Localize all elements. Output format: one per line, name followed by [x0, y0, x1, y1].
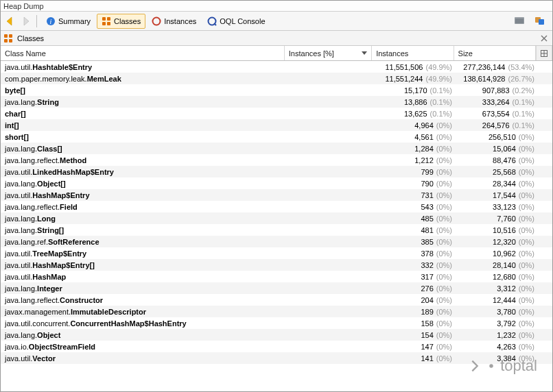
instances-button[interactable]: Instances	[147, 14, 201, 29]
table-row[interactable]: com.paper.memory.leak.MemLeak11,551,244(…	[1, 73, 552, 84]
instances-cell: 11,551,506(49.9%)	[374, 63, 456, 71]
info-icon: i	[46, 16, 56, 26]
size-cell: 3,780(0%)	[456, 308, 539, 316]
instances-cell: 332(0%)	[374, 261, 456, 269]
svg-rect-2	[102, 17, 106, 21]
class-name-cell: java.util.concurrent.ConcurrentHashMap$H…	[1, 319, 286, 328]
window-tool-icon-1[interactable]	[514, 16, 525, 27]
toolbar: i Summary Classes Instances OQL Console	[1, 12, 552, 31]
oql-button[interactable]: OQL Console	[202, 14, 270, 29]
classes-icon	[3, 34, 13, 43]
classes-label: Classes	[114, 17, 141, 25]
instances-cell: 13,886(0.1%)	[374, 98, 456, 106]
class-name-cell: java.lang.Long	[1, 215, 286, 223]
instances-cell: 276(0%)	[374, 284, 456, 293]
col-corner-button[interactable]	[536, 46, 552, 60]
table-row[interactable]: java.util.TreeMap$Entry378(0%)10,962(0%)	[1, 247, 552, 259]
table-row[interactable]: java.lang.reflect.Constructor204(0%)12,4…	[1, 294, 552, 306]
class-name-cell: java.lang.reflect.Constructor	[1, 296, 286, 304]
class-name-cell: java.util.LinkedHashMap$Entry	[1, 168, 286, 176]
size-cell: 264,576(0.1%)	[456, 121, 539, 130]
svg-text:i: i	[50, 18, 52, 25]
table-row[interactable]: short[]4,561(0%)256,510(0%)	[1, 131, 552, 143]
size-cell: 333,264(0.1%)	[456, 98, 539, 106]
table-row[interactable]: java.util.LinkedHashMap$Entry799(0%)25,5…	[1, 166, 552, 177]
svg-rect-3	[107, 17, 110, 21]
panel-close-button[interactable]	[539, 33, 550, 44]
table-row[interactable]: java.lang.ref.SoftReference385(0%)12,320…	[1, 236, 552, 247]
svg-rect-4	[102, 22, 106, 25]
nav-forward-button[interactable]	[19, 14, 32, 28]
table-row[interactable]: java.util.HashMap$Entry731(0%)17,544(0%)	[1, 189, 552, 201]
table-row[interactable]: java.util.concurrent.ConcurrentHashMap$H…	[1, 317, 552, 329]
class-name-cell: java.util.TreeMap$Entry	[1, 249, 286, 258]
summary-button[interactable]: i Summary	[41, 14, 95, 29]
table-row[interactable]: java.util.Vector141(0%)3,384(0%)	[1, 352, 552, 364]
table-row[interactable]: byte[]15,170(0.1%)907,883(0.2%)	[1, 84, 552, 96]
col-instances[interactable]: Instances	[372, 46, 454, 60]
table-row[interactable]: java.lang.Class[]1,284(0%)15,064(0%)	[1, 143, 552, 154]
size-cell: 1,232(0%)	[456, 331, 539, 339]
classes-button[interactable]: Classes	[97, 14, 145, 29]
col-size[interactable]: Size	[454, 46, 536, 60]
table-row[interactable]: java.lang.Long485(0%)7,760(0%)	[1, 212, 552, 224]
class-name-cell: java.util.HashMap	[1, 273, 286, 281]
class-name-cell: java.lang.reflect.Method	[1, 156, 286, 164]
table-row[interactable]: java.lang.reflect.Method1,212(0%)88,476(…	[1, 154, 552, 166]
table-row[interactable]: int[]4,964(0%)264,576(0.1%)	[1, 119, 552, 131]
table-row[interactable]: java.io.ObjectStreamField147(0%)4,263(0%…	[1, 341, 552, 352]
instances-cell: 485(0%)	[374, 215, 456, 223]
table-row[interactable]: java.util.Hashtable$Entry11,551,506(49.9…	[1, 61, 552, 73]
size-cell: 10,962(0%)	[456, 249, 539, 258]
instances-cell: 15,170(0.1%)	[374, 86, 456, 95]
table-row[interactable]: char[]13,625(0.1%)673,554(0.1%)	[1, 108, 552, 119]
class-name-cell: java.lang.Class[]	[1, 145, 286, 153]
class-name-cell: java.lang.String[]	[1, 226, 286, 234]
table-row[interactable]: java.lang.String13,886(0.1%)333,264(0.1%…	[1, 96, 552, 108]
oql-icon	[207, 16, 217, 26]
size-cell: 28,140(0%)	[456, 261, 539, 269]
summary-label: Summary	[58, 17, 91, 25]
svg-rect-10	[515, 19, 523, 23]
instances-cell: 317(0%)	[374, 273, 456, 281]
instances-cell: 385(0%)	[374, 238, 456, 246]
class-name-cell: java.io.ObjectStreamField	[1, 343, 286, 351]
window-tool-icon-2[interactable]	[534, 15, 545, 27]
table-row[interactable]: java.util.HashMap317(0%)12,680(0%)	[1, 271, 552, 282]
nav-back-button[interactable]	[3, 14, 17, 28]
size-cell: 10,516(0%)	[456, 226, 539, 234]
size-cell: 673,554(0.1%)	[456, 110, 539, 118]
instances-cell: 141(0%)	[374, 354, 456, 363]
class-name-cell: short[]	[1, 133, 286, 141]
class-name-cell: java.util.Hashtable$Entry	[1, 63, 286, 71]
col-class-name[interactable]: Class Name	[1, 46, 285, 60]
svg-point-6	[153, 17, 161, 25]
instances-cell: 790(0%)	[374, 180, 456, 188]
table-row[interactable]: java.util.HashMap$Entry[]332(0%)28,140(0…	[1, 259, 552, 271]
instances-cell: 481(0%)	[374, 226, 456, 234]
panel-header: Classes	[1, 31, 552, 46]
window-title: Heap Dump	[1, 1, 552, 12]
toolbar-separator	[36, 15, 37, 27]
table-row[interactable]: java.lang.String[]481(0%)10,516(0%)	[1, 224, 552, 236]
table-row[interactable]: java.lang.Object[]790(0%)28,344(0%)	[1, 177, 552, 189]
size-cell: 88,476(0%)	[456, 156, 539, 164]
svg-rect-15	[4, 39, 8, 42]
sort-desc-icon	[362, 51, 367, 55]
table-row[interactable]: java.lang.Integer276(0%)3,312(0%)	[1, 282, 552, 294]
table-row[interactable]: java.lang.reflect.Field543(0%)33,123(0%)	[1, 201, 552, 212]
class-name-cell: java.util.HashMap$Entry[]	[1, 261, 286, 269]
instances-cell: 799(0%)	[374, 168, 456, 176]
table-options-icon	[541, 50, 548, 57]
size-cell: 256,510(0%)	[456, 133, 539, 141]
col-instances-pct[interactable]: Instances [%]	[285, 46, 372, 60]
class-name-cell: java.util.Vector	[1, 354, 286, 363]
size-cell: 33,123(0%)	[456, 203, 539, 211]
svg-rect-12	[539, 19, 544, 25]
table-body[interactable]: java.util.Hashtable$Entry11,551,506(49.9…	[1, 61, 552, 391]
size-cell: 17,544(0%)	[456, 191, 539, 199]
table-row[interactable]: java.lang.Object154(0%)1,232(0%)	[1, 329, 552, 341]
class-name-cell: java.lang.Object[]	[1, 180, 286, 188]
class-name-cell: java.lang.Object	[1, 331, 286, 339]
table-row[interactable]: javax.management.ImmutableDescriptor189(…	[1, 306, 552, 317]
